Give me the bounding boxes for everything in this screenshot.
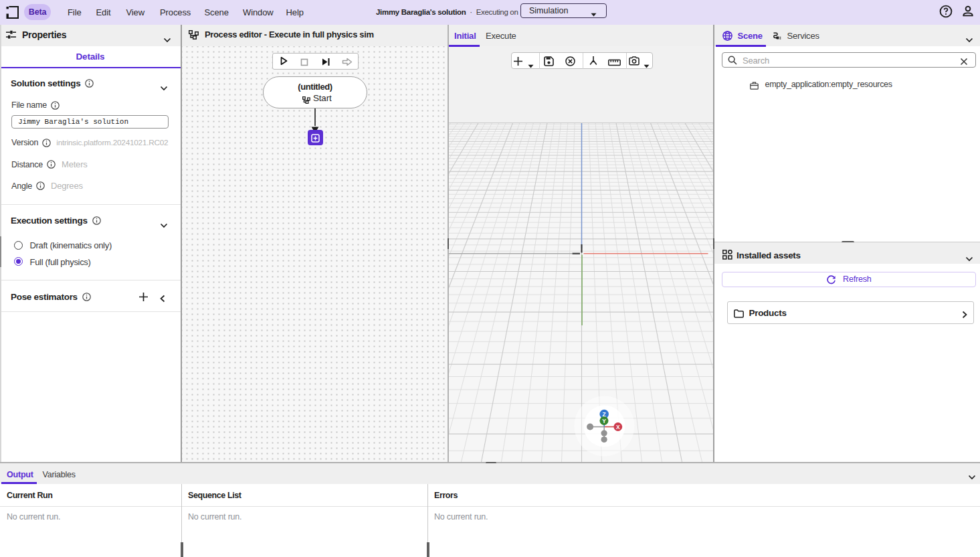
svg-text:X: X [615, 424, 619, 430]
svg-text:Y: Y [602, 418, 606, 424]
